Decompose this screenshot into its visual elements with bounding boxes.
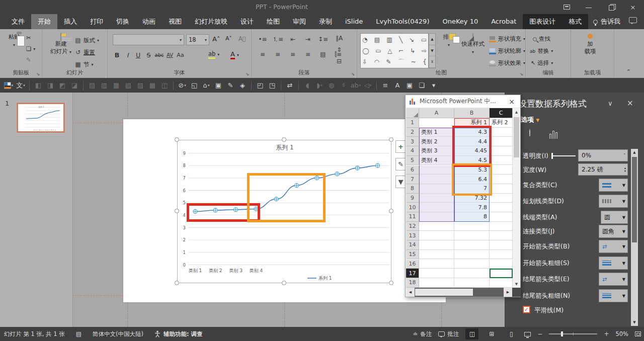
textbox-h-icon[interactable]: ◰ bbox=[255, 80, 266, 91]
align-top-icon[interactable]: ▧ bbox=[123, 80, 134, 91]
selection-handle[interactable] bbox=[175, 209, 179, 213]
slide-thumbnail[interactable]: 系列 1类别 1 类别 2 类别 3 类别 4 bbox=[17, 103, 65, 133]
selection-handle[interactable] bbox=[175, 281, 179, 285]
cell-C12[interactable] bbox=[490, 222, 513, 231]
chevron-down-icon[interactable]: ▼ bbox=[622, 277, 627, 282]
dropdown-短划线类型(D)[interactable]: ▼ bbox=[599, 195, 628, 208]
scroll-left-icon[interactable]: ◀ bbox=[406, 288, 415, 297]
paragraph-icon[interactable]: •≡ bbox=[257, 34, 269, 44]
font-button-Aa[interactable]: Aa bbox=[175, 49, 186, 60]
row-header-13[interactable]: 13 bbox=[406, 231, 419, 240]
series-options-tab-icon[interactable] bbox=[549, 129, 562, 142]
new-slide-button[interactable]: 新建 幻灯片 ▾ bbox=[48, 33, 73, 55]
clipboard-dialog-launcher-icon[interactable]: ⇘ bbox=[36, 72, 40, 76]
align-middle-icon[interactable]: ▨ bbox=[135, 80, 146, 91]
pane-scrollbar[interactable]: ▲ ▼ bbox=[631, 149, 638, 326]
paragraph-icon[interactable]: ↕≡ bbox=[317, 34, 329, 44]
cell-A11[interactable] bbox=[419, 212, 454, 222]
row-header-17[interactable]: 17 bbox=[406, 269, 419, 278]
ribbon-tab-iSlide[interactable]: iSlide bbox=[339, 14, 369, 29]
ribbon-tab-幻灯片放映[interactable]: 幻灯片放映 bbox=[188, 14, 234, 29]
align-left-icon[interactable]: ▤ bbox=[87, 80, 98, 91]
ribbon-tab-切换[interactable]: 切换 bbox=[110, 14, 136, 29]
arrange-button[interactable]: 排列▾ bbox=[439, 33, 459, 48]
dropdown-复合类型(C)[interactable]: ▼ bbox=[599, 179, 628, 192]
width-spinner[interactable]: 2.25 磅▴▾ bbox=[578, 163, 628, 176]
dropdown-线端类型(A)[interactable]: 圆▼ bbox=[601, 211, 628, 224]
replace-button[interactable]: ab替换▾ bbox=[530, 47, 553, 55]
layout-button[interactable]: ▤版式▾ bbox=[74, 35, 99, 45]
comments-button[interactable]: 批注 bbox=[438, 330, 459, 338]
cell-B7[interactable]: 6.4 bbox=[454, 175, 490, 184]
select-button[interactable]: ↖选择▾ bbox=[531, 59, 553, 67]
shape-icon[interactable]: ↘ bbox=[409, 35, 414, 45]
cut-button[interactable]: ✂ bbox=[26, 34, 31, 41]
normal-view-icon[interactable]: ◫ bbox=[465, 328, 478, 339]
align-icon[interactable]: ⫿≡ bbox=[332, 49, 344, 59]
align-icon[interactable]: ≡ bbox=[302, 49, 314, 59]
cell-C16[interactable] bbox=[490, 260, 513, 269]
shape-icon[interactable]: ⌒ bbox=[398, 57, 404, 67]
chevron-down-icon[interactable]: ▼ bbox=[622, 294, 627, 298]
text-format-icon[interactable]: 文▾ bbox=[15, 80, 26, 91]
chart-elements-icon[interactable]: + bbox=[395, 140, 406, 153]
subtract-shapes-icon[interactable]: ◗▾ bbox=[314, 80, 325, 91]
cell-C7[interactable] bbox=[490, 175, 513, 184]
cell-C10[interactable] bbox=[490, 203, 513, 212]
scroll-down-icon[interactable]: ▼ bbox=[631, 319, 638, 326]
ribbon-tab-插入[interactable]: 插入 bbox=[57, 14, 84, 29]
scroll-right-icon[interactable]: ▶ bbox=[504, 288, 512, 297]
chevron-down-icon[interactable]: ˅ bbox=[623, 153, 627, 158]
column-header-B[interactable]: B bbox=[454, 108, 490, 118]
shape-icon[interactable]: ▭ bbox=[421, 35, 427, 45]
align-center-icon[interactable]: ▥ bbox=[99, 80, 110, 91]
cell-C2[interactable] bbox=[490, 128, 513, 137]
cell-B1[interactable]: 系列 1 bbox=[454, 118, 490, 128]
size-position-icon[interactable]: ◱ bbox=[189, 80, 200, 91]
cell-A17[interactable] bbox=[419, 269, 454, 278]
cell-C14[interactable] bbox=[490, 240, 513, 250]
collapse-ribbon-icon[interactable]: ⌃ bbox=[626, 68, 631, 75]
paragraph-icon[interactable]: ⇤ bbox=[287, 34, 299, 44]
cell-C4[interactable] bbox=[490, 146, 513, 156]
sheet-vertical-scrollbar[interactable]: ▲ ▼ bbox=[513, 108, 520, 288]
cell-B8[interactable]: 7 bbox=[454, 184, 490, 194]
reset-button[interactable]: ↺重置 bbox=[74, 47, 95, 57]
shape-icon[interactable]: ⇩ bbox=[362, 57, 367, 67]
row-header-8[interactable]: 8 bbox=[406, 184, 419, 194]
shape-icon[interactable]: ⇨ bbox=[422, 46, 427, 56]
ribbon-tab-审阅[interactable]: 审阅 bbox=[286, 14, 312, 29]
chevron-down-icon[interactable]: ▼ bbox=[622, 183, 627, 188]
align-icon[interactable]: ≡ bbox=[272, 49, 284, 59]
shape-icon[interactable]: ↳ bbox=[410, 46, 415, 56]
more-tools-icon[interactable]: ▾ bbox=[428, 80, 439, 91]
ribbon-display-options-icon[interactable] bbox=[555, 0, 578, 14]
display-settings-icon[interactable]: ▤ bbox=[76, 330, 82, 337]
paragraph-icon[interactable]: ⒈≡ bbox=[272, 34, 284, 44]
cell-B5[interactable]: 4.5 bbox=[454, 156, 490, 165]
selection-handle[interactable] bbox=[389, 209, 393, 213]
sheet-horizontal-scrollbar[interactable]: ◀ ▶ bbox=[406, 288, 521, 297]
cell-B13[interactable] bbox=[454, 231, 490, 240]
cell-A1[interactable] bbox=[419, 118, 454, 128]
font-button-I[interactable]: I bbox=[122, 49, 133, 60]
notes-button[interactable]: ≐备注 bbox=[413, 330, 432, 338]
shape-icon[interactable]: ◯ bbox=[362, 46, 369, 56]
shape-icon[interactable]: ◔ bbox=[362, 35, 367, 45]
font-color-button[interactable]: A▾ bbox=[230, 50, 239, 59]
cell-B18[interactable] bbox=[454, 278, 490, 288]
highlight-button[interactable]: ab▾ bbox=[208, 50, 219, 59]
row-header-5[interactable]: 5 bbox=[406, 156, 419, 165]
cell-B17[interactable] bbox=[454, 269, 490, 278]
cell-A2[interactable]: 类别 1 bbox=[419, 128, 454, 137]
dropdown-连接类型(J)[interactable]: 圆角▼ bbox=[599, 225, 628, 238]
shape-fill-button[interactable]: 形状填充▾ bbox=[489, 35, 525, 43]
row-header-2[interactable]: 2 bbox=[406, 128, 419, 137]
row-header-10[interactable]: 10 bbox=[406, 203, 419, 212]
ribbon-tab-OneKey 10[interactable]: OneKey 10 bbox=[436, 14, 485, 29]
flip-icon[interactable]: ◁▾ bbox=[362, 80, 373, 91]
ribbon-tab-图表设计[interactable]: 图表设计 bbox=[523, 14, 562, 29]
ribbon-tab-Acrobat[interactable]: Acrobat bbox=[485, 14, 523, 29]
sheet-grid[interactable]: ABC1系列 1系列 22类别 14.33类别 24.44类别 34.455类别… bbox=[406, 108, 513, 288]
addins-button[interactable]: 加 载项 bbox=[580, 33, 600, 55]
